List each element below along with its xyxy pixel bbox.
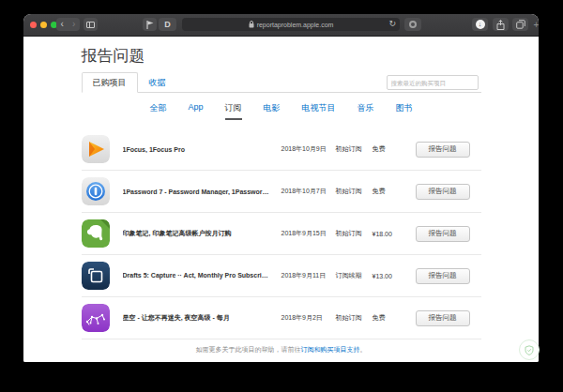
purchase-type: 初始订阅 <box>336 144 373 154</box>
shield-icon <box>525 345 534 355</box>
purchase-price: ¥13.00 <box>373 273 416 279</box>
starwalk-app-icon <box>82 304 110 332</box>
sidebar-button[interactable] <box>84 18 98 31</box>
d-extension-icon: D <box>164 20 171 29</box>
tab-purchased[interactable]: 已购项目 <box>82 72 138 93</box>
purchase-name: 1Password 7 - Password Manager, 1Passwor… <box>123 188 282 195</box>
page-title: 报告问题 <box>82 45 481 67</box>
d-extension-button[interactable]: D <box>159 18 176 31</box>
purchase-name: 印象笔记, 印象笔记高级帐户按月订购 <box>123 229 282 238</box>
support-link[interactable]: 订阅和购买项目支持 <box>301 346 360 353</box>
purchase-date: 2018年9月11日 <box>282 271 336 280</box>
table-row: 印象笔记, 印象笔记高级帐户按月订购 2018年9月15日 初始订阅 ¥18.0… <box>82 213 481 255</box>
purchase-price: 免费 <box>373 144 416 154</box>
purchase-price: 免费 <box>373 313 416 323</box>
category-subscriptions[interactable]: 订阅 <box>225 102 242 120</box>
forward-button[interactable]: › <box>72 20 75 29</box>
purchase-date: 2018年9月2日 <box>282 313 336 323</box>
1focus-app-icon <box>82 135 110 163</box>
purchase-type: 初始订阅 <box>336 187 373 196</box>
purchase-name: 1Focus, 1Focus Pro <box>123 146 282 153</box>
purchase-date: 2018年9月15日 <box>282 229 336 238</box>
tab-receipts[interactable]: 收据 <box>138 73 177 92</box>
page-content: 报告问题 已购项目 收据 全部 App 订阅 电影 电视节目 音乐 图书 <box>23 37 539 362</box>
browser-toolbar: ‹ › D reportaproblem.apple.com ↻ <box>23 14 539 37</box>
address-url: reportaproblem.apple.com <box>257 22 334 28</box>
table-row: Drafts 5: Capture ·· Act, Monthly Pro Su… <box>82 255 481 297</box>
category-tv[interactable]: 电视节目 <box>302 102 336 120</box>
address-bar[interactable]: reportaproblem.apple.com ↻ <box>182 18 400 31</box>
sidebar-icon <box>86 22 95 28</box>
downloads-button[interactable]: ↓ <box>472 18 488 31</box>
1password-app-icon <box>82 177 110 205</box>
report-problem-button[interactable]: 报告问题 <box>416 310 470 326</box>
purchase-type: 初始订阅 <box>336 229 373 238</box>
lock-icon <box>249 21 254 28</box>
footer-suffix: 。 <box>360 346 367 353</box>
category-tabs: 全部 App 订阅 电影 电视节目 音乐 图书 <box>82 102 481 120</box>
purchase-date: 2018年10月9日 <box>282 144 336 154</box>
purchase-type: 初始订阅 <box>336 313 373 323</box>
share-button[interactable] <box>493 18 509 31</box>
purchase-name: 星空 - 让您不再迷失, 夜空高级 - 每月 <box>123 313 282 323</box>
category-music[interactable]: 音乐 <box>358 102 374 120</box>
download-icon: ↓ <box>476 20 485 29</box>
purchase-list: 1Focus, 1Focus Pro 2018年10月9日 初始订阅 免费 报告… <box>82 128 481 339</box>
purchase-price: ¥18.00 <box>373 231 416 237</box>
circle-extension-icon <box>409 21 417 28</box>
table-row: 星空 - 让您不再迷失, 夜空高级 - 每月 2018年9月2日 初始订阅 免费… <box>82 297 481 339</box>
category-books[interactable]: 图书 <box>396 102 413 120</box>
back-button[interactable]: ‹ <box>61 20 64 29</box>
table-row: 1Focus, 1Focus Pro 2018年10月9日 初始订阅 免费 报告… <box>82 128 481 171</box>
adblock-shield-badge[interactable] <box>519 339 540 360</box>
report-problem-button[interactable]: 报告问题 <box>416 226 470 242</box>
category-movies[interactable]: 电影 <box>264 102 281 120</box>
purchase-name: Drafts 5: Capture ·· Act, Monthly Pro Su… <box>123 271 282 280</box>
report-problem-button[interactable]: 报告问题 <box>416 184 470 200</box>
flag-icon <box>146 21 154 29</box>
report-problem-button[interactable]: 报告问题 <box>416 142 470 158</box>
tab-overview-icon <box>516 20 525 29</box>
drafts-app-icon <box>82 262 110 290</box>
footer-help-text: 如需更多关于此项目的帮助，请前往订阅和购买项目支持。 <box>82 345 481 354</box>
pin-extension-button[interactable] <box>143 18 157 31</box>
footer-prefix: 如需更多关于此项目的帮助，请前往 <box>196 346 301 353</box>
tab-overview-button[interactable] <box>512 18 528 31</box>
new-tab-button[interactable]: + <box>530 18 539 31</box>
circle-extension-button[interactable] <box>404 18 421 31</box>
share-icon <box>496 20 505 30</box>
purchase-price: 免费 <box>373 187 416 196</box>
purchase-date: 2018年10月7日 <box>282 187 336 196</box>
close-window-button[interactable] <box>30 22 37 28</box>
reload-icon[interactable]: ↻ <box>388 19 396 28</box>
category-app[interactable]: App <box>188 102 203 120</box>
evernote-app-icon <box>82 219 110 248</box>
purchase-type: 订阅续期 <box>336 271 373 280</box>
report-problem-button[interactable]: 报告问题 <box>416 268 470 284</box>
plus-icon: + <box>534 20 539 30</box>
search-input[interactable] <box>387 75 479 90</box>
minimize-window-button[interactable] <box>40 22 47 28</box>
category-all[interactable]: 全部 <box>149 102 166 120</box>
table-row: 1Password 7 - Password Manager, 1Passwor… <box>82 171 481 213</box>
nav-buttons: ‹ › <box>56 18 80 31</box>
browser-window: ‹ › D reportaproblem.apple.com ↻ <box>23 14 539 362</box>
window-controls <box>30 22 57 28</box>
